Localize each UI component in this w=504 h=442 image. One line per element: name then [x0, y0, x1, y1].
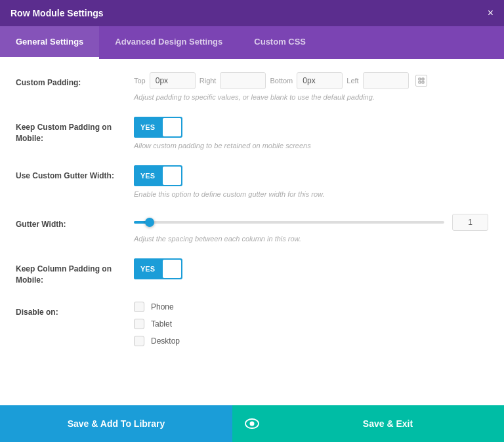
gutter-width-hint: Adjust the spacing between each column i…	[134, 235, 488, 243]
toggle-no-area3	[163, 260, 181, 278]
left-label: Left	[346, 77, 358, 85]
padding-inputs: Top Right Bottom Left	[134, 72, 488, 89]
dialog-title: Row Module Settings	[10, 8, 104, 18]
keep-column-padding-toggle[interactable]: YES	[134, 258, 182, 279]
bottom-label: Bottom	[270, 77, 293, 85]
disable-on-row: Disable on: Phone Tablet Desktop	[16, 302, 488, 346]
main-content: Custom Padding: Top Right Bottom Left	[0, 59, 504, 399]
close-button[interactable]: ×	[488, 8, 494, 18]
tab-general[interactable]: General Settings	[0, 26, 99, 59]
svg-rect-2	[419, 81, 421, 83]
custom-padding-label: Custom Padding:	[16, 72, 134, 89]
gutter-width-control: Adjust the spacing between each column i…	[134, 214, 488, 243]
right-label: Right	[200, 77, 217, 85]
tab-bar: General Settings Advanced Design Setting…	[0, 26, 504, 59]
disable-tablet-item: Tablet	[134, 319, 488, 329]
custom-padding-control: Top Right Bottom Left Adjust paddin	[134, 72, 488, 101]
custom-gutter-row: Use Custom Gutter Width: YES Enable this…	[16, 165, 488, 198]
disable-desktop-checkbox[interactable]	[134, 336, 144, 346]
keep-column-padding-row: Keep Column Padding on Mobile: YES	[16, 258, 488, 286]
svg-rect-1	[422, 78, 424, 80]
toggle-no-area2	[163, 167, 181, 185]
toggle-yes-label3: YES	[134, 258, 161, 279]
disable-on-control: Phone Tablet Desktop	[134, 302, 488, 346]
custom-gutter-control: YES Enable this option to define custom …	[134, 165, 488, 198]
gutter-width-label: Gutter Width:	[16, 214, 134, 230]
padding-left-input[interactable]	[363, 72, 409, 89]
keep-padding-mobile-row: Keep Custom Padding on Mobile: YES Allow…	[16, 117, 488, 150]
custom-padding-hint: Adjust padding to specific values, or le…	[134, 93, 488, 101]
disable-on-list: Phone Tablet Desktop	[134, 302, 488, 346]
keep-column-padding-label: Keep Column Padding on Mobile:	[16, 258, 134, 286]
svg-rect-0	[419, 78, 421, 80]
top-label: Top	[134, 77, 146, 85]
custom-padding-row: Custom Padding: Top Right Bottom Left	[16, 72, 488, 101]
disable-phone-checkbox[interactable]	[134, 302, 144, 312]
title-bar: Row Module Settings ×	[0, 0, 504, 26]
disable-phone-label: Phone	[151, 302, 174, 311]
bottom-bar: Save & Add To Library Save & Exit	[0, 405, 504, 442]
slider-thumb[interactable]	[145, 218, 154, 227]
toggle-no-area	[163, 118, 181, 136]
keep-column-padding-control: YES	[134, 258, 488, 279]
disable-on-label: Disable on:	[16, 302, 134, 318]
slider-track[interactable]	[134, 221, 444, 224]
keep-padding-mobile-hint: Allow custom padding to be retained on m…	[134, 142, 488, 150]
padding-top-input[interactable]	[150, 72, 196, 89]
eye-icon	[245, 418, 259, 429]
link-padding-icon[interactable]	[415, 75, 427, 87]
custom-gutter-label: Use Custom Gutter Width:	[16, 165, 134, 182]
toggle-yes-label2: YES	[134, 165, 161, 186]
disable-tablet-label: Tablet	[151, 319, 172, 329]
tab-advanced[interactable]: Advanced Design Settings	[99, 26, 238, 59]
disable-desktop-label: Desktop	[151, 336, 180, 346]
gutter-width-value[interactable]	[452, 214, 488, 231]
svg-rect-3	[422, 81, 424, 83]
gutter-width-slider-wrap	[134, 214, 488, 231]
gutter-width-row: Gutter Width: Adjust the spacing between…	[16, 214, 488, 243]
tab-css[interactable]: Custom CSS	[238, 26, 322, 59]
disable-phone-item: Phone	[134, 302, 488, 312]
keep-padding-mobile-label: Keep Custom Padding on Mobile:	[16, 117, 134, 144]
keep-padding-mobile-toggle[interactable]: YES	[134, 117, 182, 138]
toggle-yes-label: YES	[134, 117, 161, 138]
eye-button[interactable]	[232, 405, 272, 442]
keep-padding-mobile-control: YES Allow custom padding to be retained …	[134, 117, 488, 150]
save-exit-button[interactable]: Save & Exit	[272, 405, 504, 442]
custom-gutter-toggle[interactable]: YES	[134, 165, 182, 186]
disable-tablet-checkbox[interactable]	[134, 319, 144, 329]
disable-desktop-item: Desktop	[134, 336, 488, 346]
save-library-button[interactable]: Save & Add To Library	[0, 405, 232, 442]
custom-gutter-hint: Enable this option to define custom gutt…	[134, 190, 488, 198]
padding-bottom-input[interactable]	[297, 72, 343, 89]
padding-right-input[interactable]	[220, 72, 266, 89]
svg-point-5	[250, 422, 255, 426]
